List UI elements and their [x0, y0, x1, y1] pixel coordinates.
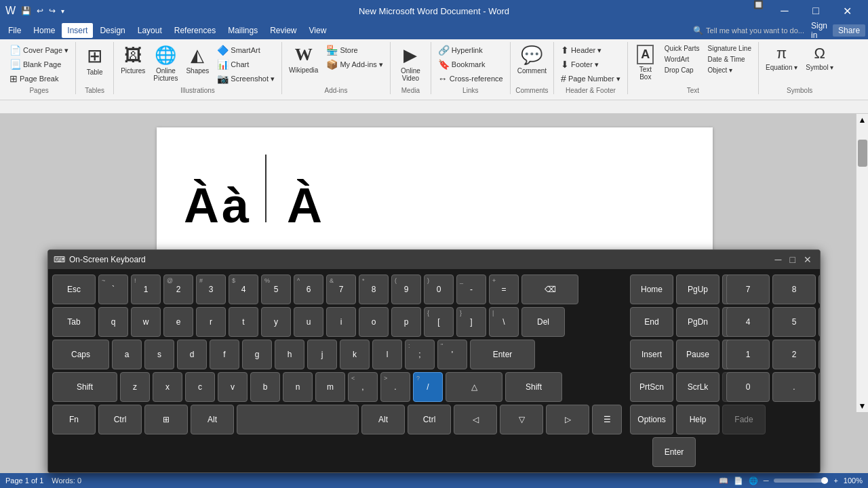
zoom-in-button[interactable]: + — [833, 476, 837, 485]
date-time-button[interactable]: Date & Time — [705, 54, 755, 64]
object-button[interactable]: Object ▾ — [705, 65, 755, 75]
key-num-plus[interactable]: + — [818, 372, 821, 402]
key-s[interactable]: s — [144, 340, 174, 369]
key-shift-right[interactable]: △ — [446, 372, 502, 402]
key-equals[interactable]: += — [489, 274, 519, 304]
key-tab[interactable]: Tab — [52, 307, 96, 337]
key-6[interactable]: ^6 — [294, 274, 323, 304]
menu-references[interactable]: References — [169, 23, 221, 38]
key-o[interactable]: o — [359, 307, 389, 337]
key-win[interactable]: ⊞ — [144, 405, 188, 434]
signature-line-button[interactable]: Signature Line — [705, 43, 755, 54]
key-arrow-right[interactable]: ▷ — [546, 405, 589, 434]
key-bracket-right[interactable]: }] — [456, 307, 486, 337]
header-button[interactable]: ⬆ Header ▾ — [558, 43, 604, 57]
key-k[interactable]: k — [340, 340, 370, 369]
key-enter-nav[interactable]: Enter — [652, 437, 696, 467]
undo-icon[interactable]: ↩ — [37, 6, 43, 16]
bookmark-button[interactable]: 🔖 Bookmark — [435, 58, 488, 71]
key-1[interactable]: !1 — [131, 274, 161, 304]
page-break-button[interactable]: ⊞ Page Break — [7, 72, 61, 85]
key-num8[interactable]: 8 — [772, 274, 816, 304]
key-pgdn[interactable]: PgDn — [676, 307, 719, 337]
key-fade[interactable]: Fade — [722, 405, 766, 434]
key-3[interactable]: #3 — [196, 274, 226, 304]
minimize-button[interactable]: ─ — [769, 0, 800, 22]
scroll-up-arrow[interactable]: ▲ — [857, 114, 868, 126]
key-5[interactable]: %5 — [261, 274, 291, 304]
key-x[interactable]: x — [153, 372, 182, 402]
close-button[interactable]: ✕ — [831, 0, 863, 22]
key-minus[interactable]: _- — [456, 274, 486, 304]
menu-design[interactable]: Design — [94, 23, 130, 38]
key-n[interactable]: n — [283, 372, 313, 402]
key-space[interactable] — [237, 405, 359, 434]
zoom-bar[interactable] — [774, 479, 828, 483]
share-button[interactable]: Share — [833, 24, 865, 37]
print-layout-icon[interactable]: 📄 — [734, 476, 743, 485]
text-box-button[interactable]: A TextBox — [632, 43, 659, 82]
key-shift-left[interactable]: Shift — [52, 372, 117, 402]
key-y[interactable]: y — [261, 307, 291, 337]
key-num4[interactable]: 4 — [726, 307, 770, 337]
key-pause[interactable]: Pause — [676, 340, 719, 369]
key-8[interactable]: *8 — [359, 274, 389, 304]
quick-parts-button[interactable]: Quick Parts — [662, 43, 703, 54]
key-scrlk[interactable]: ScrLk — [676, 372, 719, 402]
key-arrow-left[interactable]: ◁ — [454, 405, 497, 434]
wikipedia-button[interactable]: W Wikipedia — [286, 43, 321, 75]
key-context[interactable]: ☰ — [592, 405, 622, 434]
key-prtscn[interactable]: PrtScn — [630, 372, 673, 402]
key-esc[interactable]: Esc — [52, 274, 96, 304]
save-icon[interactable]: 💾 — [21, 6, 31, 16]
web-layout-icon[interactable]: 🌐 — [749, 476, 758, 485]
cover-page-button[interactable]: 📄 Cover Page ▾ — [7, 43, 71, 57]
symbol-button[interactable]: Ω Symbol ▾ — [803, 43, 836, 73]
shapes-button[interactable]: ◭ Shapes — [183, 43, 212, 76]
online-video-button[interactable]: ▶ OnlineVideo — [397, 43, 424, 83]
smartart-button[interactable]: 🔷 SmartArt — [214, 43, 277, 57]
key-caps[interactable]: Caps — [52, 340, 109, 369]
blank-page-button[interactable]: 📃 Blank Page — [7, 58, 64, 71]
key-num5[interactable]: 5 — [772, 307, 816, 337]
key-slash[interactable]: ?/ — [413, 372, 443, 402]
key-b[interactable]: b — [250, 372, 280, 402]
store-button[interactable]: 🏪 Store — [323, 43, 385, 57]
equation-button[interactable]: π Equation ▾ — [763, 43, 800, 73]
read-mode-icon[interactable]: 📖 — [719, 476, 728, 485]
key-7[interactable]: &7 — [326, 274, 356, 304]
table-button[interactable]: ⊞ Table — [81, 43, 108, 77]
key-ctrl-left[interactable]: Ctrl — [98, 405, 142, 434]
osk-close-button[interactable]: ✕ — [801, 252, 814, 267]
osk-minimize-button[interactable]: ─ — [772, 252, 785, 267]
hyperlink-button[interactable]: 🔗 Hyperlink — [435, 43, 486, 57]
key-backslash[interactable]: |\ — [489, 307, 519, 337]
key-num6[interactable]: 6 — [818, 307, 821, 337]
key-p[interactable]: p — [391, 307, 421, 337]
key-w[interactable]: w — [131, 307, 161, 337]
key-c[interactable]: c — [185, 372, 215, 402]
my-addins-button[interactable]: 📦 My Add-ins ▾ — [323, 58, 385, 71]
key-pgup[interactable]: PgUp — [676, 274, 719, 304]
key-fn[interactable]: Fn — [52, 405, 96, 434]
menu-file[interactable]: File — [3, 23, 26, 38]
key-options[interactable]: Options — [630, 405, 673, 434]
key-v[interactable]: v — [218, 372, 248, 402]
key-alt-left[interactable]: Alt — [191, 405, 234, 434]
key-semicolon[interactable]: :; — [405, 340, 435, 369]
key-del[interactable]: Del — [521, 307, 565, 337]
key-comma[interactable]: <, — [348, 372, 378, 402]
key-i[interactable]: i — [326, 307, 356, 337]
pictures-button[interactable]: 🖼 Pictures — [118, 43, 148, 76]
key-t[interactable]: t — [229, 307, 258, 337]
key-2[interactable]: @2 — [163, 274, 193, 304]
key-0[interactable]: )0 — [424, 274, 454, 304]
key-period[interactable]: >. — [380, 372, 410, 402]
key-z[interactable]: z — [120, 372, 150, 402]
key-num7[interactable]: 7 — [726, 274, 770, 304]
key-shift-right-label[interactable]: Shift — [505, 372, 562, 402]
scroll-thumb[interactable] — [858, 140, 867, 167]
key-l[interactable]: l — [372, 340, 402, 369]
drop-cap-button[interactable]: Drop Cap — [662, 65, 703, 75]
menu-view[interactable]: View — [304, 23, 332, 38]
